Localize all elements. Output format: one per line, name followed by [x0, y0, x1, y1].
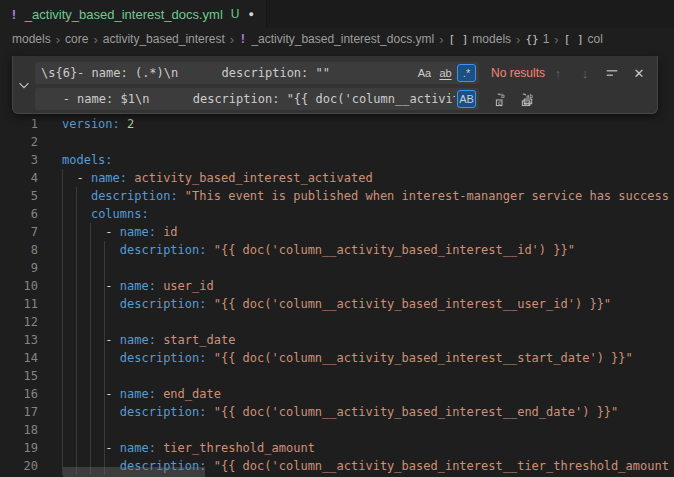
token: end_date: [156, 387, 221, 401]
line-number: 2: [0, 133, 38, 151]
breadcrumb-separator-icon: ›: [230, 32, 234, 47]
token: 2: [127, 117, 134, 131]
code-line-18[interactable]: [62, 421, 669, 439]
symbol-icon: [ ]: [564, 33, 584, 46]
tab-activity-based-interest-docs[interactable]: ! _activity_based_interest_docs.yml U ●: [0, 0, 267, 28]
line-number: 12: [0, 313, 38, 331]
code-line-19[interactable]: - name: tier_threshold_amount: [62, 439, 669, 457]
line-number: 14: [0, 349, 38, 367]
preserve-case-toggle[interactable]: AB: [457, 90, 476, 108]
token: tier_threshold_amount: [156, 441, 315, 455]
token: description:: [120, 297, 207, 311]
code-line-5[interactable]: description: "This event is published wh…: [62, 187, 669, 205]
git-status-badge: U: [231, 7, 240, 21]
line-number: 6: [0, 205, 38, 223]
code-line-8[interactable]: description: "{{ doc('column__activity_b…: [62, 241, 669, 259]
replace-row: - name: $1\n description: "{{ doc('colum…: [35, 88, 651, 110]
toggle-replace-chevron-down-icon[interactable]: [16, 77, 32, 93]
token: name:: [91, 171, 127, 185]
unsaved-dot-icon[interactable]: ●: [249, 9, 254, 19]
line-number: 15: [0, 367, 38, 385]
token: version:: [62, 117, 120, 131]
whole-word-toggle[interactable]: ab: [436, 64, 455, 82]
find-row: \s{6}- name: (.*)\n description: "" Aa a…: [35, 62, 651, 84]
breadcrumb-separator-icon: ›: [56, 32, 60, 47]
token: "{{ doc('column__activity_based_interest…: [207, 405, 619, 419]
code-line-7[interactable]: - name: id: [62, 223, 669, 241]
code-line-6[interactable]: columns:: [62, 205, 669, 223]
code-line-15[interactable]: [62, 367, 669, 385]
regex-toggle[interactable]: .*: [457, 64, 476, 82]
token: name:: [120, 441, 156, 455]
line-number: 13: [0, 331, 38, 349]
replace-all-icon[interactable]: ab ac: [517, 89, 537, 109]
code-line-16[interactable]: - name: end_date: [62, 385, 669, 403]
replace-icon[interactable]: b c: [491, 89, 511, 109]
token: description:: [91, 189, 178, 203]
breadcrumb: models›core›activity_based_interest›!_ac…: [0, 28, 674, 50]
find-input[interactable]: \s{6}- name: (.*)\n description: "" Aa a…: [35, 62, 479, 84]
breadcrumb-separator-icon: ›: [516, 32, 520, 47]
token: "{{ doc('column__activity_based_interest…: [207, 297, 612, 311]
breadcrumb-separator-icon: ›: [93, 32, 97, 47]
replace-input[interactable]: - name: $1\n description: "{{ doc('colum…: [35, 88, 479, 110]
replace-value-text: - name: $1\n description: "{{ doc('colum…: [41, 92, 455, 106]
breadcrumb-item-activity-based-interest[interactable]: activity_based_interest: [103, 32, 225, 46]
code-line-4[interactable]: - name: activity_based_interest_activate…: [62, 169, 669, 187]
symbol-icon: {}: [525, 33, 538, 46]
breadcrumb-label: _activity_based_interest_docs.yml: [251, 32, 434, 46]
token: "{{ doc('column__activity_based_interest…: [207, 243, 575, 257]
code-line-13[interactable]: - name: start_date: [62, 331, 669, 349]
code-line-2[interactable]: [62, 133, 669, 151]
token: user_id: [156, 279, 214, 293]
token: start_date: [156, 333, 235, 347]
code-content[interactable]: version: 2models: - name: activity_based…: [62, 115, 669, 475]
tab-bar: ! _activity_based_interest_docs.yml U ●: [0, 0, 674, 28]
vscode-window: ! _activity_based_interest_docs.yml U ● …: [0, 0, 674, 477]
close-icon[interactable]: ✕: [629, 63, 649, 83]
indent-guide: [104, 241, 105, 475]
find-query-text: \s{6}- name: (.*)\n description: "": [41, 66, 413, 80]
token: columns:: [91, 207, 149, 221]
code-line-11[interactable]: description: "{{ doc('column__activity_b…: [62, 295, 669, 313]
token: name:: [120, 225, 156, 239]
token: id: [156, 225, 178, 239]
find-in-selection-icon[interactable]: [602, 63, 622, 83]
breadcrumb-label: 1: [543, 32, 550, 46]
code-line-1[interactable]: version: 2: [62, 115, 669, 133]
code-line-14[interactable]: description: "{{ doc('column__activity_b…: [62, 349, 669, 367]
breadcrumb-item-1[interactable]: {}1: [525, 32, 549, 46]
line-number: 7: [0, 223, 38, 241]
breadcrumb-item-core[interactable]: core: [65, 32, 88, 46]
editor-pane[interactable]: 1234567891011121314151617181920 version:…: [0, 50, 674, 477]
token: description:: [120, 351, 207, 365]
replace-actions: b c ab ac: [491, 89, 537, 109]
line-number: 1: [0, 115, 38, 133]
line-number: 8: [0, 241, 38, 259]
next-match-arrow-down-icon[interactable]: ↓: [575, 63, 595, 83]
token: description:: [120, 405, 207, 419]
code-line-10[interactable]: - name: user_id: [62, 277, 669, 295]
code-line-9[interactable]: [62, 259, 669, 277]
breadcrumb-item-models[interactable]: [ ]models: [448, 32, 511, 46]
token: -: [62, 171, 91, 185]
token: name:: [120, 333, 156, 347]
token: name:: [120, 279, 156, 293]
line-number: 17: [0, 403, 38, 421]
breadcrumb-item--activity-based-interest-docs-yml[interactable]: !_activity_based_interest_docs.yml: [239, 32, 434, 46]
token: name:: [120, 387, 156, 401]
breadcrumb-label: models: [472, 32, 511, 46]
find-replace-widget: \s{6}- name: (.*)\n description: "" Aa a…: [12, 56, 658, 114]
breadcrumb-item-models[interactable]: models: [12, 32, 51, 46]
match-case-toggle[interactable]: Aa: [415, 64, 434, 82]
code-line-3[interactable]: models:: [62, 151, 669, 169]
previous-match-arrow-up-icon[interactable]: ↑: [548, 63, 568, 83]
line-number: 19: [0, 439, 38, 457]
breadcrumb-separator-icon: ›: [554, 32, 558, 47]
find-results-status: No results: [491, 66, 545, 80]
code-line-12[interactable]: [62, 313, 669, 331]
code-line-17[interactable]: description: "{{ doc('column__activity_b…: [62, 403, 669, 421]
breadcrumb-item-col[interactable]: [ ]col: [564, 32, 603, 46]
horizontal-scrollbar[interactable]: [63, 467, 205, 477]
svg-text:c: c: [497, 98, 501, 105]
